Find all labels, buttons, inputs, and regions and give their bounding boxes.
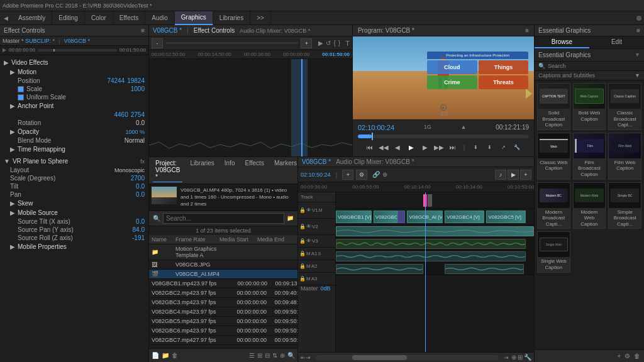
tl-tool-1[interactable]: ⊕ (511, 354, 516, 361)
proj-tab-libraries[interactable]: Libraries (187, 158, 216, 182)
zoom-out-btn[interactable]: - (152, 38, 163, 48)
proj-tab-project[interactable]: Project: V08GCB * (153, 158, 182, 182)
tl-plus-btn[interactable]: + (520, 170, 531, 180)
list-view-icon[interactable]: ☰ (249, 352, 255, 359)
src-roll-value[interactable]: -191 (132, 234, 145, 241)
pm-fwd-btn[interactable]: ▶▶ (433, 142, 445, 152)
lock-icon-a3[interactable]: 🔒 (299, 276, 306, 282)
vr-plane-header[interactable]: ▼ VR Plane to Sphere fx (3, 156, 146, 166)
lock-icon-v3[interactable]: 🔒 (299, 238, 306, 244)
eg-search-placeholder[interactable]: Search (548, 63, 566, 69)
eg-tab-edit[interactable]: Edit (589, 36, 644, 48)
anchor-x[interactable]: 4460 (114, 111, 128, 118)
tl-add-marker-btn[interactable]: + (342, 170, 353, 180)
template-single-web[interactable]: Single Web Single Web Caption (537, 231, 570, 272)
pm-header-menu[interactable]: ≡ (525, 27, 529, 34)
pm-export-btn[interactable]: ↗ (497, 142, 509, 152)
col-rate[interactable]: Frame Rate (175, 236, 219, 243)
pm-prev-frame-btn[interactable]: ◀ (392, 142, 403, 152)
lock-icon-a2[interactable]: 🔒 (299, 263, 306, 269)
eg-trash-icon[interactable]: 🗑 (634, 353, 640, 359)
pm-next-frame-btn[interactable]: ▶ (419, 142, 431, 152)
eg-subsection-arrow[interactable]: ▼ (635, 72, 640, 79)
tl-clip-v2-3[interactable] (397, 211, 406, 223)
ec-master-clip[interactable]: Master * SUBCLIP: * (3, 38, 55, 44)
tl-clip-v2-2[interactable]: V082GBC2 [V] (374, 211, 397, 223)
eg-new-layer-icon[interactable]: + (617, 353, 621, 359)
mute-icon-a3[interactable]: M (306, 276, 311, 282)
audio-clip-mixer-tab[interactable]: Audio Clip Mixer: V08GCB * (240, 28, 310, 34)
tab-graphics[interactable]: Graphics (175, 11, 213, 25)
opacity-header[interactable]: ▶ Opacity 1000 % (3, 127, 146, 136)
skew-header[interactable]: ▶ Skew (3, 199, 146, 208)
new-bin-icon[interactable]: 📁 (287, 215, 294, 221)
pm-play-btn[interactable]: ▶ (406, 142, 417, 152)
template-bold-web[interactable]: Web Caption Bold Web Caption (573, 83, 606, 130)
list-item[interactable]: 🎬 V08GCB_AI.MP4 (149, 270, 297, 279)
icon-view-icon[interactable]: ⊞ (257, 352, 262, 359)
tl-clip-a3-2[interactable] (445, 264, 524, 274)
tl-end-icon[interactable]: ⇥ (504, 354, 509, 361)
tab-libraries[interactable]: Libraries (213, 11, 250, 25)
tab-assembly[interactable]: Assembly (12, 11, 52, 25)
sort-icon[interactable]: ⇅ (272, 352, 277, 359)
scale-checkbox[interactable] (18, 86, 24, 92)
tl-clip-a1[interactable] (336, 239, 526, 249)
mute-icon-a2[interactable]: M (306, 263, 311, 269)
tl-tab-sequence[interactable]: V08GCB * (302, 158, 331, 165)
tl-tool-2[interactable]: ⊞ (518, 354, 523, 361)
tab-color[interactable]: Color (85, 11, 113, 25)
col-start[interactable]: Media Start (219, 236, 257, 243)
template-film-web[interactable]: Film Web Film Web Caption (608, 133, 641, 180)
mute-icon-a1[interactable]: M (306, 251, 311, 256)
src-pan-value[interactable]: 84.0 (133, 226, 145, 233)
pm-step-fwd-btn[interactable]: ⏭ (447, 142, 458, 152)
pm-insert-btn[interactable]: ⬇ (470, 142, 481, 152)
tl-clip-a2[interactable] (336, 251, 526, 261)
lock-icon-a1[interactable]: 🔒 (299, 251, 306, 256)
new-item-icon[interactable]: 📄 (152, 352, 159, 359)
tl-linked-icon[interactable]: 🔗 (372, 171, 380, 178)
eg-section-arrow[interactable]: ▼ (635, 52, 640, 58)
pm-step-back-btn[interactable]: ⏮ (364, 142, 375, 152)
ec-header-menu[interactable]: ≡ (141, 27, 145, 34)
timeline-scrollbar[interactable] (316, 355, 499, 360)
lock-icon-v1[interactable]: 🔒 (299, 207, 306, 213)
list-item[interactable]: V082GBC4.mp4 23.97 fps 00:00:00:00 00:09… (149, 307, 297, 317)
in-point-icon[interactable]: { (333, 40, 335, 47)
clip-gray-still[interactable] (428, 194, 431, 207)
track-v1[interactable] (336, 192, 534, 209)
list-item[interactable]: V082GBC2.mp4 23.97 fps 00:00:00:00 00:09… (149, 288, 297, 298)
tl-clip-v2-6[interactable]: V082GBC5 [V] (486, 211, 526, 223)
anchor-point-header[interactable]: ▶ Anchor Point (3, 101, 146, 111)
lock-icon-v2[interactable]: 🔒 (299, 224, 306, 229)
safe-area-icon[interactable] (440, 104, 447, 111)
tl-settings-btn[interactable]: ⚙ (356, 170, 367, 180)
proj-tab-effects[interactable]: Effects (243, 158, 267, 182)
template-simple-broadcast[interactable]: Simple BC Simple Broadcast Capti... (608, 182, 641, 229)
position-y[interactable]: 19824 (127, 77, 145, 84)
position-x[interactable]: 74244 (107, 77, 125, 84)
find-icon[interactable]: 🔍 (287, 352, 295, 359)
tl-tool-3[interactable]: 🔧 (524, 354, 531, 361)
pm-wrench-btn[interactable]: 🔧 (511, 142, 523, 152)
template-classic-broadcast[interactable]: Classic Caption Classic Broadcast Capt..… (608, 83, 641, 130)
solo-icon-a1[interactable]: S (318, 251, 321, 256)
uniform-scale-checkbox[interactable] (18, 94, 24, 101)
tl-snap-icon[interactable]: ⊕ (382, 171, 387, 178)
list-item[interactable]: V082GBC3.mp4 23.97 fps 00:00:00:00 00:09… (149, 298, 297, 307)
eg-menu[interactable]: ≡ (636, 27, 640, 34)
tab-editing[interactable]: Editing (52, 11, 85, 25)
zoom-in-btn[interactable]: + (301, 38, 312, 48)
col-name[interactable]: Name (152, 236, 175, 243)
tl-clip-a3-1[interactable] (336, 264, 423, 274)
tl-video-icon[interactable]: ▶ (508, 170, 519, 180)
list-item[interactable]: V082GBC5.mp4 23.97 fps 00:00:00:00 00:09… (149, 317, 297, 326)
tl-audio-icon[interactable]: ♪ (495, 170, 506, 180)
track-a2[interactable] (336, 250, 534, 263)
list-item[interactable]: V082GBC7.mp4 27.97 fps 00:00:00:00 00:09… (149, 336, 297, 345)
tl-tab-audiomixer[interactable]: Audio Clip Mixer: V08GCB * (336, 158, 414, 165)
tl-clip-v2-5[interactable]: V082GBC4 [V] (445, 211, 484, 223)
add-text-icon[interactable]: T (345, 40, 350, 47)
out-point-icon[interactable]: } (338, 40, 340, 47)
